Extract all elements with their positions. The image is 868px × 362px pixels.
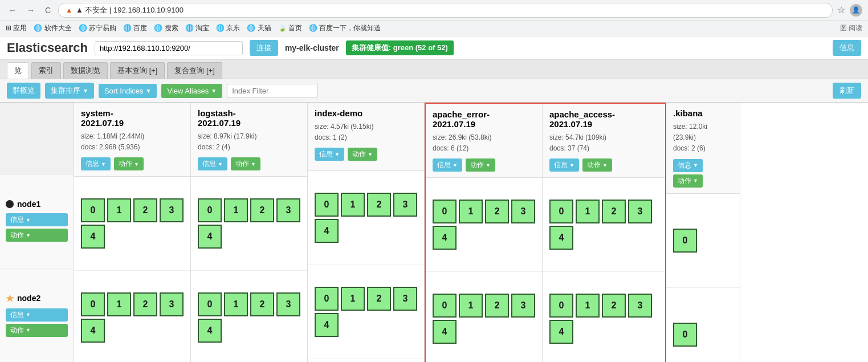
index-buttons-system: 信息 动作 xyxy=(81,157,184,170)
tab-complex-query[interactable]: 复合查询 [+] xyxy=(167,62,222,79)
index-buttons-index-demo: 信息 动作 xyxy=(315,148,417,161)
kibana-shard-grid-node1: 0 xyxy=(673,229,733,253)
shard-box: 0 xyxy=(433,294,457,318)
index-header-system: system-2021.07.19 size: 1.18Mi (2.44Mi)d… xyxy=(74,103,190,177)
index-header-logstash: logstash-2021.07.19 size: 8.97ki (17.9ki… xyxy=(191,103,307,177)
index-col-index-demo: index-demo size: 4.57ki (9.15ki)docs: 1 … xyxy=(308,103,425,362)
apache-access-info-button[interactable]: 信息 xyxy=(549,158,579,172)
index-col-apache-access: apache_access-2021.07.19 size: 54.7ki (1… xyxy=(543,104,665,362)
complex-query-plus: [+] xyxy=(206,66,215,75)
connect-button[interactable]: 连接 xyxy=(250,40,278,56)
shard-box: 0 xyxy=(549,200,573,223)
basic-query-plus: [+] xyxy=(149,66,158,75)
node2-action-button[interactable]: 动作 xyxy=(6,324,68,337)
main-content: node1 信息 动作 ★ node2 信息 动作 system-2021.07… xyxy=(0,103,868,362)
cluster-sort-button[interactable]: 集群排序 xyxy=(45,83,94,99)
shard-box: 3 xyxy=(276,198,300,222)
bookmark-suning[interactable]: 🌐 苏宁易购 xyxy=(79,23,116,33)
tab-data-browse[interactable]: 数据浏览 xyxy=(63,62,108,79)
shard-box: 1 xyxy=(341,193,365,217)
node-panel-header xyxy=(0,103,74,174)
apache-error-shards-node1: 0 1 2 3 4 xyxy=(426,178,542,272)
index-name-logstash: logstash-2021.07.19 xyxy=(198,108,300,128)
es-url-input[interactable] xyxy=(95,41,243,55)
shard-box: 4 xyxy=(433,320,457,344)
index-demo-shard-grid-node1: 0 1 2 3 4 xyxy=(315,193,417,243)
logstash-info-button[interactable]: 信息 xyxy=(198,157,227,170)
shard-box: 2 xyxy=(133,198,157,222)
index-demo-action-button[interactable]: 动作 xyxy=(348,148,377,161)
shard-box: 4 xyxy=(81,225,105,249)
bookmark-apps[interactable]: ⊞ 应用 xyxy=(6,23,27,33)
shard-box: 3 xyxy=(628,200,652,223)
view-aliases-button[interactable]: View Aliases xyxy=(161,84,222,98)
node2-label: node2 xyxy=(17,294,40,303)
top-info-button[interactable]: 信息 xyxy=(833,40,861,56)
toolbar: 群概览 集群排序 Sort Indices View Aliases 刷新 xyxy=(0,79,868,103)
bookmark-search[interactable]: 🌐 搜索 xyxy=(154,23,178,33)
back-button[interactable]: ← xyxy=(6,5,19,16)
shard-box: 2 xyxy=(485,200,509,223)
index-col-logstash: logstash-2021.07.19 size: 8.97ki (17.9ki… xyxy=(191,103,308,362)
apache-access-action-button[interactable]: 动作 xyxy=(582,158,612,172)
bookmark-baidu-search[interactable]: 🌐 百度一下，你就知道 xyxy=(309,23,381,33)
logstash-shards-node2: 0 1 2 3 4 xyxy=(191,271,307,362)
shard-box: 4 xyxy=(315,219,339,243)
system-shards-node1: 0 1 2 3 4 xyxy=(74,177,190,271)
forward-button[interactable]: → xyxy=(24,5,38,16)
bookmark-home[interactable]: 🍃 首页 xyxy=(278,23,302,33)
apache-error-action-button[interactable]: 动作 xyxy=(466,158,495,172)
node2-info-button[interactable]: 信息 xyxy=(6,308,68,322)
shard-box: 1 xyxy=(107,292,131,316)
system-info-button[interactable]: 信息 xyxy=(81,157,111,170)
bookmark-star-icon[interactable]: ☆ xyxy=(837,5,845,15)
bookmark-jd[interactable]: 🌐 京东 xyxy=(216,23,240,33)
index-col-system: system-2021.07.19 size: 1.18Mi (2.44Mi)d… xyxy=(74,103,191,362)
shard-box: 2 xyxy=(602,294,626,318)
node2-star-icon: ★ xyxy=(6,293,14,304)
tab-basic-query[interactable]: 基本查询 [+] xyxy=(110,62,165,79)
index-demo-info-button[interactable]: 信息 xyxy=(315,148,344,161)
system-action-button[interactable]: 动作 xyxy=(114,157,144,170)
index-meta-logstash: size: 8.97ki (17.9ki)docs: 2 (4) xyxy=(198,131,300,153)
node1-info-button[interactable]: 信息 xyxy=(6,213,68,226)
node1-action-button[interactable]: 动作 xyxy=(6,229,68,242)
url-text: ▲ 不安全 | 192.168.110.10:9100 xyxy=(76,5,184,15)
apache-access-shard-grid-node1: 0 1 2 3 4 xyxy=(549,200,652,250)
shard-box: 3 xyxy=(511,200,535,223)
bookmark-baidu[interactable]: 🌐 百度 xyxy=(123,23,147,33)
apache-access-shard-grid-node2: 0 1 2 3 4 xyxy=(549,294,652,344)
reader-mode[interactable]: 图 阅读 xyxy=(840,23,862,33)
logstash-action-button[interactable]: 动作 xyxy=(231,157,260,170)
refresh-button[interactable]: 刷新 xyxy=(833,83,861,99)
app-header: Elasticsearch 连接 my-elk-cluster 集群健康值: g… xyxy=(0,36,868,60)
kibana-info-button[interactable]: 信息 xyxy=(673,159,703,172)
kibana-action-button[interactable]: 动作 xyxy=(673,174,703,188)
system-shards-node2: 0 1 2 3 4 xyxy=(74,271,190,362)
kibana-shard-grid-node2: 0 xyxy=(673,323,733,347)
index-filter-input[interactable] xyxy=(227,84,318,98)
reload-button[interactable]: C xyxy=(42,5,54,16)
url-bar[interactable]: ▲ ▲ 不安全 | 192.168.110.10:9100 xyxy=(58,3,833,18)
index-meta-apache-access: size: 54.7ki (109ki)docs: 37 (74) xyxy=(549,132,658,154)
shard-box: 4 xyxy=(549,320,573,344)
shard-box: 2 xyxy=(367,287,391,311)
apache-error-shard-grid-node1: 0 1 2 3 4 xyxy=(433,200,535,250)
bookmark-software[interactable]: 🌐 软件大全 xyxy=(34,23,71,33)
index-buttons-logstash: 信息 动作 xyxy=(198,157,300,170)
profile-icon[interactable]: 👤 xyxy=(850,4,862,17)
tab-indices[interactable]: 索引 xyxy=(31,62,61,79)
node1-dot-icon xyxy=(6,200,14,208)
cluster-overview-button[interactable]: 群概览 xyxy=(7,83,40,99)
bookmark-taobao[interactable]: 🌐 淘宝 xyxy=(185,23,209,33)
shard-box: 3 xyxy=(276,292,300,316)
shard-box: 1 xyxy=(107,198,131,222)
tab-overview[interactable]: 览 xyxy=(7,62,29,79)
shard-box: 2 xyxy=(485,294,509,318)
index-meta-system: size: 1.18Mi (2.44Mi)docs: 2,968 (5,936) xyxy=(81,131,184,153)
sort-indices-button[interactable]: Sort Indices xyxy=(99,84,157,98)
bookmark-tmall[interactable]: 🌐 天猫 xyxy=(247,23,271,33)
system-shard-grid-node2: 0 1 2 3 4 xyxy=(81,292,184,343)
shard-box: 1 xyxy=(459,294,483,318)
apache-error-info-button[interactable]: 信息 xyxy=(433,158,462,172)
